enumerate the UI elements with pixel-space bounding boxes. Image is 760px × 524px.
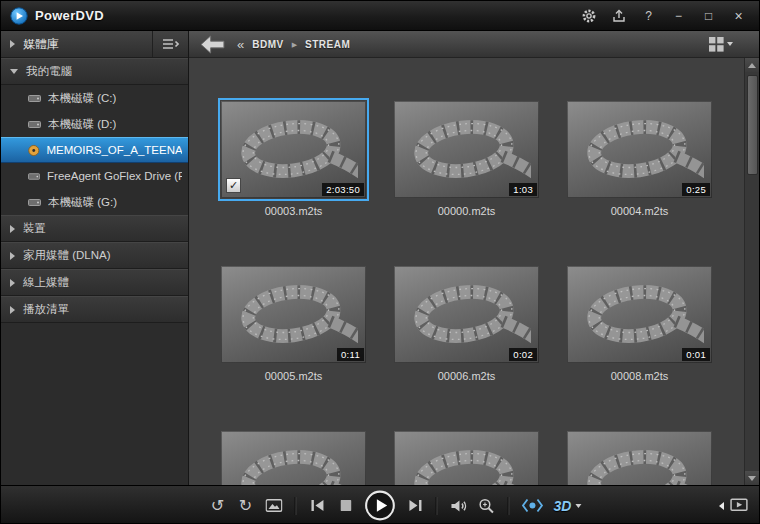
chevron-right-icon	[10, 252, 15, 260]
film-reel-icon	[229, 271, 358, 357]
stop-button[interactable]	[336, 500, 354, 511]
previous-icon	[310, 499, 325, 512]
gear-icon	[581, 8, 597, 24]
media-library-label: 媒體庫	[23, 36, 59, 53]
3d-label: 3D	[553, 498, 571, 514]
rotate-right-button[interactable]: ↻	[236, 498, 254, 514]
chevron-right-icon	[10, 279, 15, 287]
sidebar-item-drive-c[interactable]: 本機磁碟 (C:)	[1, 85, 188, 111]
media-item-name: 00003.m2ts	[221, 205, 366, 219]
previous-button[interactable]	[308, 499, 326, 512]
divider	[435, 497, 437, 515]
play-icon	[364, 490, 395, 521]
media-item[interactable]: 0:02 00006.m2ts	[394, 266, 539, 384]
back-button[interactable]	[199, 35, 226, 54]
chevron-down-icon	[10, 69, 18, 74]
playback-control-bar: ↺ ↻	[1, 485, 759, 524]
checkbox-checked[interactable]: ✓	[226, 178, 241, 193]
3d-mode-button[interactable]: 3D	[553, 498, 581, 514]
help-button[interactable]: ?	[637, 6, 660, 26]
display-icon	[730, 498, 749, 513]
media-item-name: 00004.m2ts	[567, 205, 712, 219]
breadcrumb-item-bdmv[interactable]: BDMV	[252, 39, 283, 50]
minimize-button[interactable]: −	[667, 6, 690, 26]
media-thumbnail[interactable]	[394, 431, 539, 485]
next-button[interactable]	[405, 499, 423, 512]
media-item-name: 00006.m2ts	[394, 370, 539, 384]
media-thumbnail[interactable]	[221, 431, 366, 485]
settings-button[interactable]	[577, 6, 600, 26]
app-title: PowerDVD	[35, 8, 104, 23]
sidebar-section-home-media-dlna[interactable]: 家用媒體 (DLNA)	[1, 242, 188, 269]
scroll-up-button[interactable]	[745, 58, 759, 72]
media-thumbnail[interactable]: ✓ 2:03:50	[221, 101, 366, 198]
sidebar-section-devices[interactable]: 裝置	[1, 215, 188, 242]
close-button[interactable]: ×	[727, 6, 750, 26]
playlists-label: 播放清單	[23, 302, 69, 317]
play-to-device-button[interactable]	[730, 498, 749, 513]
sidebar-section-online-media[interactable]: 線上媒體	[1, 269, 188, 296]
media-thumbnail[interactable]: 0:02	[394, 266, 539, 363]
media-grid-area: ✓ 2:03:50 00003.m2ts 1:03 00000.m2ts	[189, 58, 759, 485]
disc-label: MEMOIRS_OF_A_TEENAGE	[47, 144, 182, 156]
media-thumbnail[interactable]: 0:25	[567, 101, 712, 198]
media-item[interactable]: ✓ 2:03:50 00003.m2ts	[221, 101, 366, 219]
media-thumbnail[interactable]	[567, 431, 712, 485]
grid-view-button[interactable]	[709, 37, 733, 52]
library-menu-button[interactable]	[152, 31, 179, 57]
scrollbar-thumb[interactable]	[747, 75, 758, 175]
devices-label: 裝置	[23, 221, 46, 236]
vertical-scrollbar[interactable]	[744, 58, 759, 485]
magnifier-icon	[478, 498, 494, 514]
media-thumbnail[interactable]: 0:01	[567, 266, 712, 363]
zoom-button[interactable]	[477, 498, 495, 514]
rotate-left-button[interactable]: ↺	[208, 498, 226, 514]
volume-button[interactable]	[449, 499, 467, 513]
collapse-left-icon[interactable]	[719, 502, 724, 510]
duration-badge: 0:25	[682, 183, 710, 196]
film-reel-icon	[229, 106, 358, 192]
chevron-right-icon	[10, 40, 15, 48]
next-icon	[407, 499, 422, 512]
media-item[interactable]	[567, 431, 712, 485]
media-item[interactable]	[221, 431, 366, 485]
drive-icon	[28, 197, 41, 208]
breadcrumb-separator-icon: ▶	[292, 41, 297, 48]
scroll-down-button[interactable]	[745, 471, 759, 485]
dropdown-arrow-icon	[727, 42, 733, 46]
sidebar-item-drive-d[interactable]: 本機磁碟 (D:)	[1, 111, 188, 137]
breadcrumb-collapse-button[interactable]: «	[237, 37, 244, 52]
film-reel-icon	[575, 271, 704, 357]
chevron-right-icon	[10, 306, 15, 314]
sidebar-item-drive-f[interactable]: FreeAgent GoFlex Drive (F:)	[1, 163, 188, 189]
play-button[interactable]	[364, 490, 395, 521]
upgrade-box-icon	[611, 8, 627, 24]
breadcrumb-item-stream[interactable]: STREAM	[305, 39, 350, 50]
sidebar-section-my-computer[interactable]: 我的電腦	[1, 58, 188, 85]
film-reel-icon	[402, 436, 531, 485]
media-item[interactable]: 0:25 00004.m2ts	[567, 101, 712, 219]
media-thumbnail[interactable]: 0:11	[221, 266, 366, 363]
media-item[interactable]: 0:11 00005.m2ts	[221, 266, 366, 384]
truetheater-button[interactable]	[521, 498, 543, 513]
powerdvd-window: PowerDVD ? − □ × 媒體庫	[0, 0, 760, 524]
maximize-button[interactable]: □	[697, 6, 720, 26]
drive-label: FreeAgent GoFlex Drive (F:)	[47, 170, 182, 182]
media-item[interactable]	[394, 431, 539, 485]
snapshot-button[interactable]	[264, 499, 282, 512]
film-reel-icon	[575, 106, 704, 192]
sidebar-item-disc-memoirs[interactable]: MEMOIRS_OF_A_TEENAGE	[1, 137, 188, 163]
sidebar-item-drive-g[interactable]: 本機磁碟 (G:)	[1, 189, 188, 215]
sidebar-section-playlists[interactable]: 播放清單	[1, 296, 188, 323]
sidebar: 媒體庫 我的電腦 本機磁碟 (C:)	[1, 31, 189, 485]
arrow-down-icon	[748, 476, 756, 481]
media-thumbnail[interactable]: 1:03	[394, 101, 539, 198]
duration-badge: 0:01	[682, 348, 710, 361]
upgrade-button[interactable]	[607, 6, 630, 26]
film-reel-icon	[402, 271, 531, 357]
media-item[interactable]: 1:03 00000.m2ts	[394, 101, 539, 219]
sidebar-header-media-library[interactable]: 媒體庫	[1, 31, 188, 58]
online-media-label: 線上媒體	[23, 275, 69, 290]
media-item[interactable]: 0:01 00008.m2ts	[567, 266, 712, 384]
dropdown-arrow-icon	[575, 504, 581, 508]
